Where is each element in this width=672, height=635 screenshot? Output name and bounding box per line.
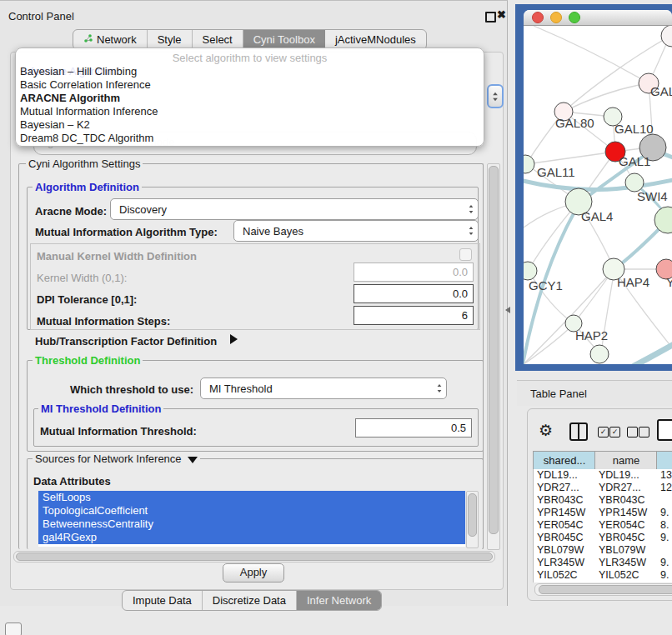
table-row[interactable]: YBL079WYBL079W [534, 544, 672, 557]
tab-impute-data[interactable]: Impute Data [123, 591, 203, 610]
tab-jactivemnodules[interactable]: jActiveMNodules [325, 30, 426, 49]
node-label: HAP2 [575, 328, 608, 342]
node-label: HAP4 [617, 275, 649, 289]
network-edge[interactable] [526, 152, 615, 164]
network-canvas[interactable]: GALGAL80GAL10GAL1GAL11SWI4GAL4GCY1HAP4YH… [524, 26, 672, 364]
column-layout-icon[interactable] [569, 422, 588, 441]
data-attributes-list: SelfLoopsTopologicalCoefficientBetweenne… [38, 491, 465, 547]
dpi-tolerance-label: DPI Tolerance [0,1]: [37, 293, 137, 306]
kernel-width-field[interactable]: 0.0 [354, 262, 474, 282]
close-panel-icon[interactable]: ✖ [497, 8, 506, 21]
table-cell: YLR345W [599, 557, 655, 569]
network-edge[interactable] [564, 83, 649, 112]
threshold-definition-title: Threshold Definition [33, 354, 143, 367]
minimize-window-icon[interactable] [550, 12, 562, 23]
collapse-arrow-icon [188, 457, 198, 463]
table-cell: 8. [660, 519, 672, 532]
network-edge[interactable] [629, 342, 672, 364]
table-column-header[interactable]: name [594, 451, 657, 471]
algorithm-option[interactable]: Bayesian – K2 [16, 118, 484, 132]
attributes-list-scrollbar[interactable] [466, 491, 479, 548]
network-node[interactable] [661, 26, 672, 47]
float-window-icon[interactable] [485, 12, 496, 22]
mi-steps-field[interactable]: 6 [354, 306, 474, 325]
background-group-title: Inference Algorithm [22, 65, 115, 78]
minimized-panel-icon[interactable] [5, 622, 22, 635]
table-column-header[interactable] [656, 451, 672, 471]
dpi-tolerance-field[interactable]: 0.0 [354, 284, 474, 303]
data-attribute-item[interactable]: TopologicalCoefficient [38, 504, 465, 518]
data-attribute-item[interactable]: SelfLoops [38, 491, 465, 504]
tab-infer-network[interactable]: Infer Network [297, 591, 381, 610]
deselect-all-checkbox-icon[interactable] [627, 427, 638, 438]
select-all-checkbox-icon[interactable]: ✓ [598, 427, 609, 438]
table-row[interactable]: YDL19...YDL19...13 [534, 469, 672, 482]
control-panel-title: Control Panel [8, 10, 74, 22]
network-edge[interactable] [564, 34, 672, 112]
table-h-scrollbar[interactable] [534, 583, 672, 596]
expand-arrow-icon[interactable] [230, 334, 238, 344]
mi-steps-label: Mutual Information Steps: [37, 315, 170, 328]
deselect-all-checkbox-icon-2[interactable] [639, 427, 649, 438]
data-attribute-item[interactable]: gal4RGexp [38, 531, 465, 544]
algorithm-option[interactable]: Mutual Information Inference [16, 105, 484, 118]
table-cell: YER054C [599, 519, 655, 532]
table-row[interactable]: YPR145WYPR145W9. [534, 507, 672, 519]
table-row[interactable]: YLR345WYLR345W9. [534, 557, 672, 569]
tab-discretize-data[interactable]: Discretize Data [203, 591, 297, 610]
close-window-icon[interactable] [532, 12, 544, 23]
algorithm-dropdown-popup: Select algorithm to view settings Bayesi… [15, 48, 484, 147]
sources-group-title[interactable]: Sources for Network Inference [33, 452, 200, 465]
settings-scrollbar[interactable] [487, 163, 500, 550]
node-label: GAL80 [555, 116, 594, 130]
node-label: GAL11 [537, 165, 575, 179]
table-cell: YDL19... [599, 469, 655, 482]
table-panel-title: Table Panel [530, 388, 587, 400]
select-all-checkbox-icon-2[interactable]: ✓ [609, 427, 620, 438]
node-label: GAL4 [581, 209, 613, 223]
which-threshold-label: Which threshold to use: [70, 383, 193, 396]
kernel-width-label: Kernel Width (0,1): [37, 272, 127, 284]
mi-algorithm-type-combo[interactable]: Naive Bayes [233, 220, 479, 242]
data-attributes-label: Data Attributes [33, 475, 111, 488]
hub-section-label[interactable]: Hub/Transcription Factor Definition [35, 335, 217, 348]
table-cell: YLR345W [537, 557, 594, 569]
table-panel-header: Table Panel [517, 380, 672, 406]
network-window-titlebar[interactable] [524, 10, 672, 26]
table-cell: YBL079W [537, 544, 594, 557]
export-table-icon[interactable] [657, 419, 672, 441]
algorithm-option[interactable]: ARACNE Algorithm [16, 92, 484, 105]
network-node[interactable] [590, 345, 609, 363]
algorithm-option[interactable]: Dream8 DC_TDC Algorithm [16, 132, 484, 145]
tab-select[interactable]: Select [193, 30, 243, 49]
network-node[interactable] [524, 155, 534, 173]
combo-arrows-icon [433, 383, 446, 393]
table-cell: YER054C [537, 519, 594, 532]
table-row[interactable]: YER054CYER054C8. [534, 519, 672, 532]
which-threshold-combo[interactable]: MI Threshold [200, 378, 447, 399]
tab-style[interactable]: Style [148, 30, 193, 49]
data-attribute-item[interactable]: BetweennessCentrality [38, 518, 465, 531]
table-row[interactable]: YBR045CYBR045C9. [534, 532, 672, 544]
table-column-header[interactable]: shared... [533, 451, 595, 471]
manual-kernel-checkbox[interactable] [459, 248, 472, 261]
apply-button[interactable]: Apply [223, 563, 284, 582]
tab-cyni-toolbox[interactable]: Cyni Toolbox [243, 30, 325, 49]
zoom-window-icon[interactable] [569, 12, 580, 23]
table-row[interactable]: YIL052CYIL052C9. [534, 569, 672, 582]
network-node[interactable] [524, 262, 537, 280]
table-panel-card: ⚙ ✓ ✓ shared...name YDL19...YDL19...13YD… [527, 408, 672, 601]
algorithm-combo-arrow[interactable] [487, 84, 504, 108]
tab-network[interactable]: Network [73, 30, 148, 49]
settings-h-scrollbar[interactable] [13, 551, 495, 562]
gear-icon[interactable]: ⚙ [539, 421, 553, 440]
node-label: Y [666, 275, 672, 289]
network-edge[interactable] [534, 26, 649, 83]
table-row[interactable]: YDR27...YDR27...12 [534, 482, 672, 494]
aracne-mode-value: Discovery [111, 203, 464, 216]
algorithm-option[interactable]: Basic Correlation Inference [16, 78, 484, 92]
splitter-collapse-icon[interactable] [505, 307, 510, 313]
table-row[interactable]: YBR043CYBR043C [534, 494, 672, 507]
aracne-mode-combo[interactable]: Discovery [110, 198, 479, 220]
mi-threshold-field[interactable]: 0.5 [355, 418, 472, 438]
